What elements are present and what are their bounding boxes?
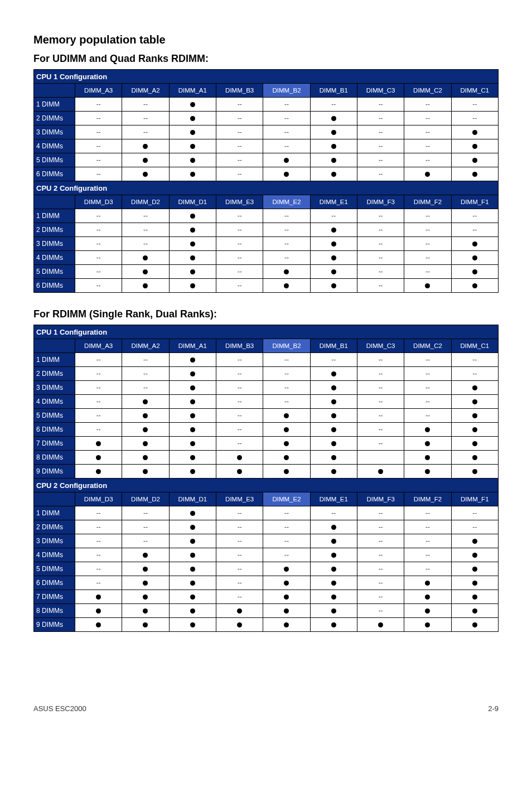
empty-dash: --: [472, 509, 477, 517]
table-row: 8 DIMMs: [34, 451, 499, 465]
data-cell: [169, 506, 216, 520]
empty-dash: --: [96, 100, 101, 108]
filled-dot-icon: [472, 608, 477, 613]
data-cell: [263, 265, 310, 279]
row-label: 4 DIMMs: [34, 139, 75, 153]
cpu1-title: CPU 1 Configuration: [34, 325, 499, 339]
data-cell: --: [263, 520, 310, 534]
data-cell: --: [357, 576, 404, 590]
empty-dash: --: [379, 370, 383, 378]
col-header: DIMM_F3: [357, 195, 404, 209]
data-cell: --: [122, 98, 169, 112]
data-cell: [169, 562, 216, 576]
data-cell: --: [263, 209, 310, 223]
data-cell: --: [216, 395, 263, 409]
data-cell: [310, 237, 357, 251]
filled-dot-icon: [331, 116, 336, 121]
data-cell: --: [75, 506, 122, 520]
empty-dash: --: [425, 412, 430, 419]
filled-dot-icon: [143, 427, 148, 432]
empty-dash: --: [284, 384, 289, 392]
data-cell: [310, 251, 357, 265]
data-cell: [451, 279, 498, 293]
data-cell: [122, 562, 169, 576]
data-cell: [310, 125, 357, 139]
empty-dash: --: [238, 268, 242, 276]
data-cell: [75, 465, 122, 479]
data-cell: [310, 437, 357, 451]
empty-dash: --: [425, 537, 430, 545]
data-cell: --: [451, 520, 498, 534]
row-label: 2 DIMMs: [34, 367, 75, 381]
row-label: 3 DIMMs: [34, 125, 75, 139]
filled-dot-icon: [331, 595, 336, 600]
filled-dot-icon: [284, 608, 289, 613]
table-row: 1 DIMM----------------: [34, 353, 499, 367]
data-cell: [169, 98, 216, 112]
data-cell: --: [75, 367, 122, 381]
empty-dash: --: [238, 579, 242, 587]
data-cell: --: [216, 98, 263, 112]
row-label: 3 DIMMs: [34, 237, 75, 251]
filled-dot-icon: [331, 283, 336, 288]
filled-dot-icon: [143, 441, 148, 446]
data-cell: --: [75, 534, 122, 548]
filled-dot-icon: [284, 581, 289, 586]
filled-dot-icon: [331, 427, 336, 432]
table-row: 5 DIMMs--------: [34, 265, 499, 279]
data-cell: [404, 279, 451, 293]
col-header: DIMM_A2: [122, 339, 169, 353]
data-cell: --: [357, 153, 404, 167]
empty-dash: --: [96, 114, 101, 122]
row-label: 1 DIMM: [34, 506, 75, 520]
filled-dot-icon: [284, 469, 289, 474]
data-cell: --: [404, 534, 451, 548]
row-label: 1 DIMM: [34, 353, 75, 367]
filled-dot-icon: [331, 413, 336, 418]
empty-dash: --: [379, 282, 383, 289]
row-label: 2 DIMMs: [34, 223, 75, 237]
data-cell: --: [357, 437, 404, 451]
data-cell: --: [357, 237, 404, 251]
filled-dot-icon: [472, 553, 477, 558]
data-cell: [451, 423, 498, 437]
data-cell: --: [263, 353, 310, 367]
data-cell: --: [216, 223, 263, 237]
empty-dash: --: [425, 156, 430, 164]
col-header: DIMM_C2: [404, 339, 451, 353]
filled-dot-icon: [96, 455, 101, 460]
filled-dot-icon: [237, 469, 242, 474]
data-cell: --: [216, 265, 263, 279]
filled-dot-icon: [190, 622, 195, 627]
data-cell: --: [357, 265, 404, 279]
filled-dot-icon: [190, 116, 195, 121]
empty-dash: --: [425, 240, 430, 248]
data-cell: --: [75, 353, 122, 367]
empty-dash: --: [238, 412, 242, 419]
empty-dash: --: [96, 254, 101, 262]
empty-dash: --: [238, 565, 242, 573]
col-header: DIMM_D2: [122, 195, 169, 209]
filled-dot-icon: [472, 158, 477, 163]
data-cell: [310, 618, 357, 632]
empty-dash: --: [425, 128, 430, 136]
row-label: 2 DIMMs: [34, 520, 75, 534]
data-cell: [357, 465, 404, 479]
filled-dot-icon: [190, 357, 195, 363]
filled-dot-icon: [284, 283, 289, 288]
filled-dot-icon: [237, 608, 242, 613]
data-cell: [404, 437, 451, 451]
row-label: 6 DIMMs: [34, 167, 75, 181]
col-header: DIMM_C3: [357, 339, 404, 353]
data-cell: --: [122, 520, 169, 534]
data-cell: --: [357, 506, 404, 520]
empty-dash: --: [472, 100, 477, 108]
data-cell: [263, 409, 310, 423]
data-cell: [404, 576, 451, 590]
filled-dot-icon: [190, 581, 195, 586]
filled-dot-icon: [143, 455, 148, 460]
empty-dash: --: [96, 579, 101, 587]
filled-dot-icon: [425, 622, 430, 627]
filled-dot-icon: [331, 399, 336, 404]
data-cell: --: [75, 167, 122, 181]
